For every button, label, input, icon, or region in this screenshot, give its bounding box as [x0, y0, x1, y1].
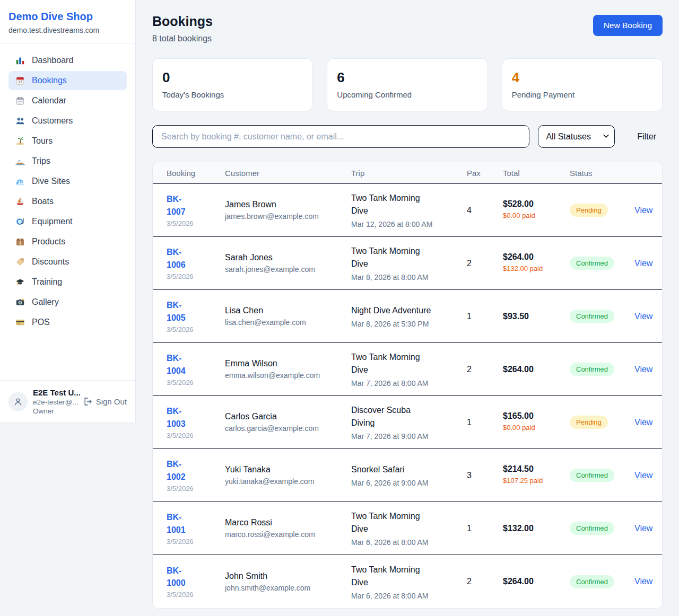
view-link[interactable]: View — [634, 524, 652, 533]
booking-id-link[interactable]: BK-1007 — [167, 193, 197, 217]
package-icon — [15, 237, 25, 247]
new-booking-button[interactable]: New Booking — [593, 15, 663, 36]
customer-cell: Lisa Chen lisa.chen@example.com — [225, 306, 351, 327]
sidebar-item-trips[interactable]: Trips — [8, 152, 127, 171]
sidebar-item-discounts[interactable]: Discounts — [8, 252, 127, 271]
stat-label: Pending Payment — [512, 90, 652, 99]
logout-icon — [83, 397, 92, 406]
customer-name: Marco Rossi — [225, 518, 351, 527]
actions-cell: View — [634, 577, 656, 586]
trip-datetime: Mar 6, 2026 at 8:00 AM — [351, 538, 467, 547]
customer-email: john.smith@example.com — [225, 584, 351, 592]
graduation-cap-icon — [15, 277, 25, 287]
avatar — [8, 392, 28, 411]
trip-name: Discover Scuba Diving — [351, 404, 435, 429]
bar-chart-icon — [15, 56, 25, 65]
booking-id-link[interactable]: BK-1000 — [167, 565, 197, 589]
sidebar-item-boats[interactable]: Boats — [8, 192, 127, 211]
customer-name: Carlos Garcia — [225, 412, 351, 421]
pax-count: 1 — [467, 524, 503, 533]
table-row: BK-1004 3/5/2026 Emma Wilson emma.wilson… — [153, 343, 662, 396]
dive-mask-icon — [15, 217, 25, 226]
trip-cell: Two Tank Morning Dive Mar 12, 2026 at 8:… — [351, 192, 467, 228]
sidebar-item-training[interactable]: Training — [8, 272, 127, 292]
sidebar-item-customers[interactable]: Customers — [8, 111, 127, 130]
sidebar-item-calendar[interactable]: Calendar — [8, 91, 127, 110]
table-row: BK-1001 3/5/2026 Marco Rossi marco.rossi… — [153, 502, 662, 555]
trip-datetime: Mar 12, 2026 at 8:00 AM — [351, 220, 467, 228]
credit-card-icon — [15, 318, 25, 327]
stat-label: Today's Bookings — [162, 90, 303, 99]
column-header-status: Status — [570, 169, 634, 178]
total-cell: $528.00 $0.00 paid — [503, 199, 570, 221]
booking-cell: BK-1001 3/5/2026 — [167, 511, 225, 545]
status-badge: Confirmed — [570, 522, 614, 535]
sidebar-item-tours[interactable]: Tours — [8, 131, 127, 151]
pax-count: 2 — [467, 259, 503, 268]
booking-id-link[interactable]: BK-1004 — [167, 352, 197, 376]
customer-cell: Yuki Tanaka yuki.tanaka@example.com — [225, 465, 351, 486]
pax-count: 1 — [467, 418, 503, 427]
column-header-total: Total — [503, 169, 570, 178]
trip-cell: Two Tank Morning Dive Mar 8, 2026 at 8:0… — [351, 245, 467, 281]
sidebar-item-pos[interactable]: POS — [8, 313, 127, 332]
total-amount: $528.00 — [503, 199, 570, 209]
table-header-row: Booking Customer Trip Pax Total Status — [153, 162, 662, 184]
status-badge: Confirmed — [570, 363, 614, 376]
table-row: BK-1000 3/5/2026 John Smith john.smith@e… — [153, 555, 662, 608]
booking-date: 3/5/2026 — [167, 432, 225, 439]
column-header-booking: Booking — [167, 169, 225, 178]
sidebar-user-footer: E2E Test U... e2e-tester@... Owner Sign … — [0, 380, 135, 423]
status-cell: Confirmed — [570, 575, 634, 588]
sailboat-icon — [15, 197, 25, 206]
view-link[interactable]: View — [634, 259, 652, 268]
sidebar-item-products[interactable]: Products — [8, 232, 127, 251]
trip-datetime: Mar 6, 2026 at 8:00 AM — [351, 592, 467, 600]
trip-cell: Discover Scuba Diving Mar 7, 2026 at 9:0… — [351, 404, 467, 441]
booking-id-link[interactable]: BK-1002 — [167, 458, 197, 482]
actions-cell: View — [634, 418, 656, 427]
shop-name: Demo Dive Shop — [8, 11, 127, 23]
booking-id-link[interactable]: BK-1003 — [167, 405, 197, 429]
pax-count: 2 — [467, 577, 503, 586]
search-input[interactable] — [152, 125, 529, 148]
view-link[interactable]: View — [634, 471, 652, 480]
sign-out-button[interactable]: Sign Out — [83, 397, 127, 406]
view-link[interactable]: View — [634, 577, 652, 586]
total-paid: $0.00 paid — [503, 211, 549, 221]
actions-cell: View — [634, 312, 656, 321]
booking-id-link[interactable]: BK-1001 — [167, 511, 197, 535]
view-link[interactable]: View — [634, 206, 652, 215]
trip-name: Two Tank Morning Dive — [351, 510, 435, 535]
sidebar-item-gallery[interactable]: Gallery — [8, 293, 127, 312]
view-link[interactable]: View — [634, 312, 652, 321]
booking-id-link[interactable]: BK-1005 — [167, 299, 197, 323]
sidebar-item-bookings[interactable]: 17Bookings — [8, 71, 127, 90]
booking-date: 3/5/2026 — [167, 485, 225, 492]
trip-cell: Snorkel Safari Mar 6, 2026 at 9:00 AM — [351, 463, 467, 487]
total-amount: $93.50 — [503, 312, 570, 321]
customer-email: yuki.tanaka@example.com — [225, 477, 351, 486]
sidebar-item-dashboard[interactable]: Dashboard — [8, 51, 127, 70]
sidebar-item-dive-sites[interactable]: Dive Sites — [8, 172, 127, 191]
view-link[interactable]: View — [634, 418, 652, 427]
filter-button[interactable]: Filter — [631, 132, 663, 142]
customer-name: Lisa Chen — [225, 306, 351, 315]
status-badge: Pending — [570, 416, 608, 429]
total-amount: $165.00 — [503, 411, 570, 421]
booking-id-link[interactable]: BK-1006 — [167, 246, 197, 270]
sidebar-item-equipment[interactable]: Equipment — [8, 212, 127, 231]
status-select-wrap: All Statuses — [538, 125, 615, 148]
total-cell: $264.00 $132.00 paid — [503, 252, 570, 274]
sidebar-item-label: Bookings — [32, 76, 67, 85]
view-link[interactable]: View — [634, 365, 652, 374]
status-select[interactable]: All Statuses — [538, 125, 615, 148]
booking-cell: BK-1002 3/5/2026 — [167, 458, 225, 492]
booking-cell: BK-1000 3/5/2026 — [167, 565, 225, 599]
customer-cell: John Smith john.smith@example.com — [225, 571, 351, 592]
booking-date: 3/5/2026 — [167, 379, 225, 386]
actions-cell: View — [634, 524, 656, 533]
trip-name: Two Tank Morning Dive — [351, 192, 435, 217]
booking-cell: BK-1005 3/5/2026 — [167, 299, 225, 333]
column-header-trip: Trip — [351, 169, 467, 178]
